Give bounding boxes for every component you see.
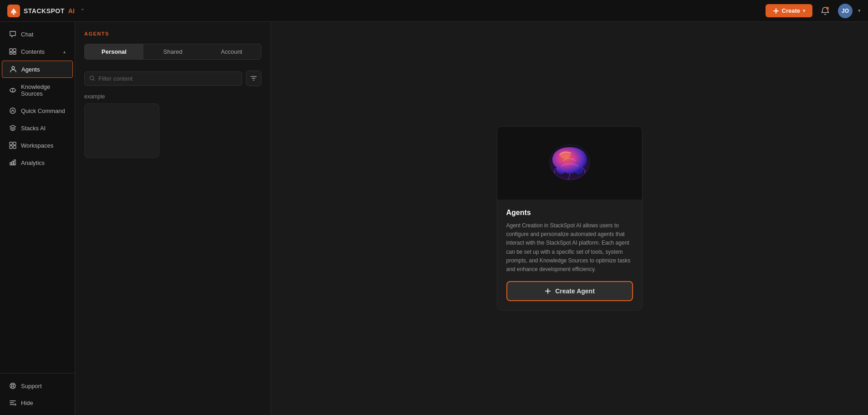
svg-rect-3	[13, 49, 16, 51]
search-input-wrapper	[84, 72, 242, 86]
tabs-row: Personal Shared Account	[84, 44, 261, 60]
svg-rect-5	[13, 52, 16, 54]
hide-icon	[9, 399, 16, 406]
svg-point-1	[826, 7, 829, 10]
sidebar-item-workspaces-label: Workspaces	[21, 142, 53, 149]
info-card-image	[497, 127, 642, 200]
info-card: Agents Agent Creation in StackSpot AI al…	[497, 126, 643, 311]
tab-shared[interactable]: Shared	[143, 44, 202, 59]
content-area: AGENTS Personal Shared Account	[75, 22, 868, 415]
app-header: STACKSPOT AI ⌃ Create ▾ JO ▾	[0, 0, 868, 22]
filter-button[interactable]	[246, 71, 261, 86]
sidebar-item-hide-label: Hide	[21, 400, 33, 406]
agents-icon	[10, 66, 17, 73]
info-card-title: Agents	[506, 209, 633, 217]
sidebar-item-support[interactable]: Support	[2, 378, 73, 394]
notifications-button[interactable]	[818, 4, 832, 18]
tab-account[interactable]: Account	[202, 44, 261, 59]
sidebar-item-knowledge-sources[interactable]: Knowledge Sources	[2, 79, 73, 102]
sidebar-item-contents-label: Contents	[21, 48, 45, 55]
agent-card[interactable]	[84, 103, 159, 158]
bell-icon	[821, 6, 830, 15]
svg-point-8	[10, 108, 15, 113]
sidebar-item-stacks-ai[interactable]: Stacks AI	[2, 120, 73, 136]
sidebar-item-support-label: Support	[21, 383, 42, 389]
sidebar-item-quick-command-label: Quick Command	[21, 108, 65, 114]
contents-icon	[9, 48, 16, 55]
svg-rect-12	[13, 146, 16, 149]
sidebar-item-agents-label: Agents	[21, 66, 40, 73]
sidebar: Chat Contents ▴	[0, 22, 75, 415]
quick-command-icon	[9, 107, 16, 114]
sidebar-item-contents[interactable]: Contents ▴	[2, 43, 73, 60]
search-icon	[89, 75, 95, 82]
agents-panel-title: AGENTS	[84, 31, 261, 36]
logo-chevron-icon: ⌃	[80, 8, 85, 14]
stacks-ai-icon	[9, 124, 16, 132]
search-input[interactable]	[98, 75, 237, 82]
svg-rect-4	[10, 52, 12, 54]
avatar[interactable]: JO	[838, 4, 853, 18]
sidebar-item-agents[interactable]: Agents	[2, 61, 73, 78]
svg-rect-10	[13, 142, 16, 145]
agents-panel: AGENTS Personal Shared Account	[75, 22, 271, 415]
sidebar-item-knowledge-sources-label: Knowledge Sources	[21, 83, 66, 97]
create-agent-plus-icon	[544, 287, 551, 295]
analytics-icon	[9, 159, 16, 166]
svg-point-14	[12, 385, 14, 387]
create-btn-chevron-icon: ▾	[803, 8, 805, 13]
sidebar-item-workspaces[interactable]: Workspaces	[2, 137, 73, 154]
sidebar-item-analytics-label: Analytics	[21, 159, 45, 166]
chat-icon	[9, 31, 16, 38]
stackspot-logo-icon	[7, 5, 20, 17]
svg-rect-9	[10, 142, 12, 145]
create-agent-button[interactable]: Create Agent	[506, 281, 633, 301]
sidebar-item-stacks-ai-label: Stacks AI	[21, 125, 46, 132]
workspaces-icon	[9, 142, 16, 149]
logo-suffix: AI	[68, 7, 75, 15]
agents-list: example	[75, 92, 271, 415]
tab-personal[interactable]: Personal	[85, 44, 143, 59]
contents-chevron-icon: ▴	[63, 49, 66, 54]
main-content: Agents Agent Creation in StackSpot AI al…	[271, 22, 868, 415]
svg-point-6	[12, 67, 15, 69]
svg-point-17	[560, 151, 571, 159]
search-row	[75, 65, 271, 92]
sidebar-item-analytics[interactable]: Analytics	[2, 154, 73, 171]
agents-header: AGENTS Personal Shared Account	[75, 22, 271, 65]
sidebar-item-hide[interactable]: Hide	[2, 395, 73, 411]
svg-rect-11	[10, 146, 12, 149]
sidebar-item-chat[interactable]: Chat	[2, 26, 73, 42]
support-icon	[9, 382, 16, 389]
group-label: example	[84, 93, 261, 100]
avatar-chevron-icon: ▾	[858, 8, 861, 14]
sidebar-item-chat-label: Chat	[21, 31, 33, 38]
filter-icon	[250, 75, 257, 82]
info-card-body: Agents Agent Creation in StackSpot AI al…	[497, 200, 642, 310]
knowledge-sources-icon	[9, 87, 16, 94]
sidebar-item-quick-command[interactable]: Quick Command	[2, 102, 73, 119]
agents-illustration	[542, 136, 597, 190]
header-right: Create ▾ JO ▾	[766, 4, 861, 18]
info-card-description: Agent Creation in StackSpot AI allows us…	[506, 221, 633, 274]
logo-text: STACKSPOT	[24, 7, 65, 15]
create-button[interactable]: Create ▾	[766, 4, 812, 17]
main-layout: Chat Contents ▴	[0, 22, 868, 415]
plus-icon	[773, 8, 779, 14]
svg-rect-2	[10, 49, 12, 51]
sidebar-bottom: Support Hide	[0, 373, 75, 411]
logo: STACKSPOT AI ⌃	[7, 5, 85, 17]
